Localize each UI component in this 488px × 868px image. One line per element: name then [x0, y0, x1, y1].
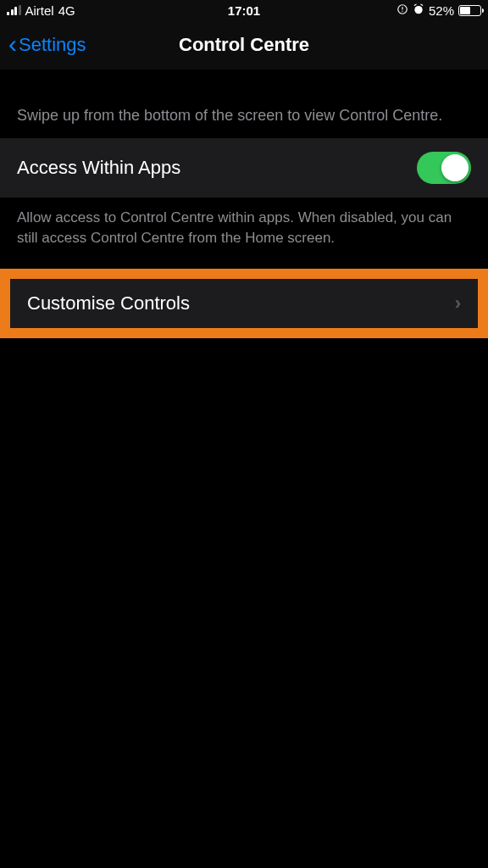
toggle-knob — [441, 154, 469, 181]
access-within-apps-row: Access Within Apps — [0, 138, 488, 198]
access-within-apps-label: Access Within Apps — [17, 157, 180, 179]
intro-description: Swipe up from the bottom of the screen t… — [0, 70, 488, 138]
battery-icon — [458, 5, 481, 16]
network-label: 4G — [58, 3, 75, 18]
access-footer-description: Allow access to Control Centre within ap… — [0, 198, 488, 269]
customise-controls-label: Customise Controls — [27, 292, 190, 314]
highlight-annotation: Customise Controls › — [0, 269, 488, 338]
access-within-apps-toggle[interactable] — [417, 152, 471, 184]
chevron-left-icon: ‹ — [8, 31, 17, 57]
nav-bar: ‹ Settings Control Centre — [0, 20, 488, 70]
alarm-icon — [413, 3, 424, 18]
rotation-lock-icon — [396, 3, 408, 18]
customise-controls-row[interactable]: Customise Controls › — [10, 279, 478, 328]
back-button[interactable]: ‹ Settings — [8, 34, 86, 57]
status-time: 17:01 — [228, 3, 260, 18]
battery-percent: 52% — [429, 3, 454, 18]
back-label: Settings — [19, 34, 86, 56]
status-bar: Airtel 4G 17:01 52% — [0, 0, 488, 20]
svg-point-1 — [414, 5, 422, 13]
chevron-right-icon: › — [455, 292, 461, 314]
page-title: Control Centre — [179, 34, 309, 56]
status-right: 52% — [396, 3, 481, 18]
status-left: Airtel 4G — [7, 3, 75, 18]
signal-icon — [7, 5, 21, 15]
carrier-label: Airtel — [25, 3, 54, 18]
